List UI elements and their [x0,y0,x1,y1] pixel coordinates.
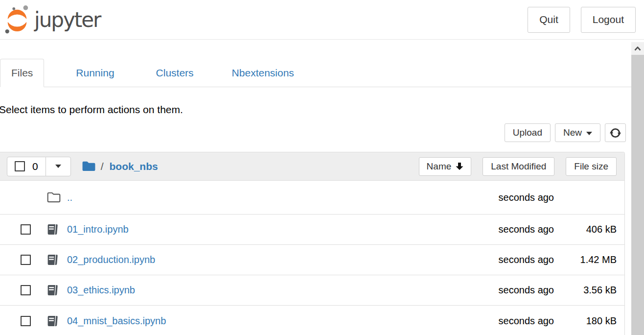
select-filter-dropdown[interactable] [46,157,71,176]
new-dropdown-label: New [563,127,582,138]
file-row-checkbox[interactable] [21,285,31,295]
folder-icon [82,160,96,172]
notebook-book-icon [46,285,59,296]
folder-outline-icon [46,191,61,204]
notebook-book-icon [46,224,59,235]
file-name-link[interactable]: 02_production.ipynb [67,254,155,265]
select-items-message: Select items to perform actions on them. [0,104,631,116]
jupyter-logo-icon [4,5,30,34]
file-size: 3.56 kB [554,285,624,296]
file-size: 406 kB [554,224,624,235]
new-dropdown-button[interactable]: New [555,123,600,142]
notebook-toolbar: Upload New [0,123,631,142]
sort-by-name-button[interactable]: Name [419,157,472,176]
file-name-link[interactable]: .. [67,192,72,203]
file-row-checkbox[interactable] [21,224,31,235]
tab-bar: Files Running Clusters Nbextensions [0,59,631,87]
caret-down-icon [55,165,61,168]
file-row: 04_mnist_basics.ipynb seconds ago 180 kB [0,306,624,335]
chevron-up-icon [634,47,641,51]
jupyter-logo[interactable]: jupyter [4,5,100,34]
tab-clusters[interactable]: Clusters [149,59,201,87]
file-browser: 0 / book_nbs Name Last Modified [0,152,625,335]
file-modified: seconds ago [446,315,554,327]
file-name-link[interactable]: 04_mnist_basics.ipynb [67,315,166,327]
file-size: 1.42 MB [554,254,624,265]
file-size: 180 kB [554,315,624,327]
file-row-checkbox[interactable] [21,316,31,326]
refresh-icon [610,127,621,139]
main-content: Files Running Clusters Nbextensions Sele… [0,59,631,335]
tab-running[interactable]: Running [69,59,121,87]
scroll-up-button[interactable] [631,42,644,55]
select-all-button[interactable]: 0 [7,157,46,176]
brand-wordmark: jupyter [34,8,100,32]
select-all-group: 0 [7,157,71,176]
notebook-book-icon [46,315,59,327]
file-modified: seconds ago [446,192,554,203]
file-row-checkbox[interactable] [21,255,31,265]
refresh-button[interactable] [605,123,626,142]
breadcrumb-home[interactable] [82,160,96,172]
tab-files[interactable]: Files [0,59,44,87]
selected-count: 0 [32,161,38,172]
sort-by-size-button[interactable]: File size [566,157,617,176]
file-row: .. seconds ago [0,181,624,215]
file-row: 03_ethics.ipynb seconds ago 3.56 kB [0,275,624,306]
breadcrumb-separator: / [101,161,104,172]
arrow-down-icon [456,162,463,170]
file-modified: seconds ago [446,254,554,265]
tab-nbextensions[interactable]: Nbextensions [225,59,301,87]
file-name-link[interactable]: 03_ethics.ipynb [67,285,135,296]
notebook-book-icon [46,254,59,265]
select-all-checkbox[interactable] [15,161,25,171]
vertical-scrollbar[interactable] [631,42,644,335]
file-row: 02_production.ipynb seconds ago 1.42 MB [0,245,624,275]
file-row: 01_intro.ipynb seconds ago 406 kB [0,215,624,245]
upload-button[interactable]: Upload [505,123,551,142]
file-list: .. seconds ago 01_intro.ipynb seconds ag… [0,181,624,335]
file-name-link[interactable]: 01_intro.ipynb [67,224,129,235]
logout-button[interactable]: Logout [581,7,636,33]
file-list-header: 0 / book_nbs Name Last Modified [0,152,624,181]
breadcrumb-current-folder[interactable]: book_nbs [110,161,158,172]
scrollbar-thumb[interactable] [631,55,644,335]
caret-down-icon [586,132,592,135]
sort-by-modified-button[interactable]: Last Modified [483,157,554,176]
quit-button[interactable]: Quit [528,7,570,33]
file-modified: seconds ago [446,224,554,235]
file-modified: seconds ago [446,285,554,296]
sort-name-label: Name [427,161,452,172]
app-header: jupyter Quit Logout [0,0,644,40]
